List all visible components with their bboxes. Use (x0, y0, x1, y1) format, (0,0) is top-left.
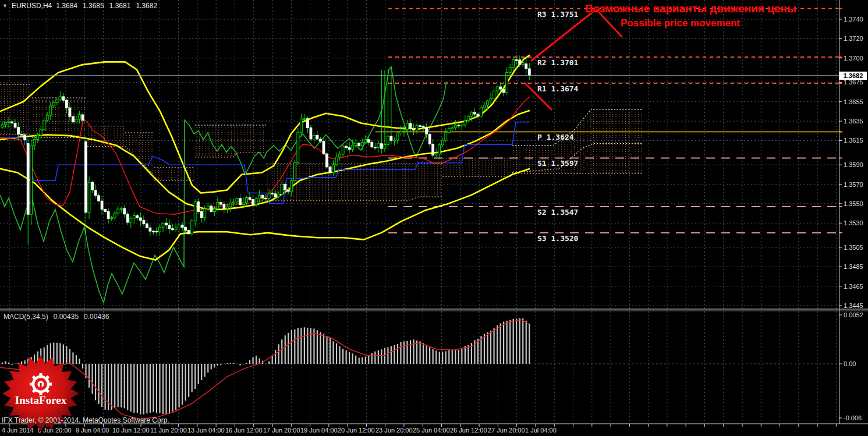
candle-bear (223, 204, 225, 208)
pivot-label-s3: S3 1.3520 (537, 234, 579, 243)
candle-bull (352, 145, 354, 149)
candle-bull (483, 105, 486, 108)
candle-bear (27, 143, 29, 214)
candle-bear (239, 198, 242, 205)
candle-bull (194, 202, 196, 221)
candle-bull (339, 154, 341, 157)
symbol-title: EURUSD,H4 (12, 2, 52, 10)
candle-bull (30, 146, 33, 214)
price-axis-label: 1.3550 (844, 200, 863, 207)
candle-bull (258, 195, 261, 198)
candle-bear (219, 203, 222, 205)
candle-bull (5, 122, 7, 125)
candle-bull (313, 136, 316, 139)
logo-text: InstaForex (15, 394, 67, 406)
candle-bear (409, 123, 412, 129)
candle-bear (69, 108, 71, 116)
candle-bull (133, 216, 135, 218)
candle-bull (522, 63, 524, 65)
chart-title-bar: ▼ EURUSD,H4 1.3684 1.3685 1.3681 1.3682 (2, 2, 157, 10)
candle-bull (120, 208, 122, 210)
candle-bear (432, 144, 434, 155)
candle-bull (512, 60, 515, 68)
candle-bull (117, 209, 119, 213)
candle-bear (474, 112, 476, 114)
candle-bear (525, 64, 527, 69)
candle-bear (181, 225, 183, 228)
candle-bear (11, 122, 13, 123)
price-axis-label: 1.3465 (844, 283, 863, 290)
time-axis-label: 9 Jun 04:00 (76, 427, 109, 434)
candle-bear (380, 144, 382, 148)
price-axis-label: 1.3445 (844, 302, 863, 309)
candle-bull (387, 136, 389, 145)
candle-bear (287, 190, 289, 192)
candle-bull (361, 142, 363, 146)
pivot-label-s1: S1 1.3597 (537, 159, 578, 168)
candle-bull (52, 103, 55, 106)
candle-bull (75, 119, 77, 122)
candle-bear (252, 199, 254, 204)
chart-canvas[interactable]: R3 1.3751R2 1.3701R1 1.3674P 1.3624S1 1.… (0, 0, 868, 436)
time-axis-label: 27 Jun 20:00 (488, 427, 525, 434)
candle-bear (155, 231, 158, 232)
candle-bear (172, 229, 174, 230)
symbol-dropdown-icon[interactable]: ▼ (2, 3, 8, 9)
candle-bear (426, 127, 428, 134)
candle-bull (130, 218, 132, 222)
candle-bull (114, 213, 116, 218)
candle-bull (43, 120, 45, 130)
candle-bear (323, 141, 325, 154)
candle-bear (210, 206, 212, 212)
candle-bear (98, 196, 100, 201)
annotation-english: Possible price movement (621, 17, 740, 29)
quote-values: 1.3684 1.3685 1.3681 1.3682 (56, 2, 157, 10)
candle-bear (502, 89, 505, 93)
macd-axis-label: 0.0052 (844, 311, 863, 318)
macd-value-main: 0.00435 (54, 313, 79, 321)
candle-bear (94, 190, 97, 196)
quote-open: 1.3684 (56, 2, 77, 10)
candle-bull (394, 140, 396, 141)
candle-bear (153, 231, 155, 232)
candle-bear (390, 136, 392, 140)
candle-bull (242, 203, 245, 204)
candle-bull (207, 206, 209, 209)
candle-bull (281, 184, 283, 194)
candle-bear (72, 116, 75, 122)
price-axis-label: 1.3675 (844, 79, 863, 86)
candle-bear (307, 119, 309, 128)
candle-bull (290, 181, 293, 192)
price-axis-label: 1.3505 (844, 244, 863, 251)
candle-bull (467, 116, 470, 121)
candle-bull (490, 98, 492, 101)
time-axis-label: 11 Jun 20:00 (150, 427, 187, 434)
candle-bull (487, 101, 489, 105)
candle-bear (358, 143, 360, 146)
candle-bear (165, 223, 168, 225)
candle-bear (316, 136, 318, 139)
candle-bear (477, 114, 479, 116)
candle-bear (419, 126, 421, 127)
quote-low: 1.3681 (109, 2, 131, 10)
candle-bear (428, 134, 431, 144)
candle-bull (438, 145, 441, 154)
candle-bull (470, 112, 473, 116)
time-axis-label: 26 Jun 12:00 (450, 427, 487, 434)
price-axis-label: 1.3700 (844, 55, 863, 62)
pivot-label-s2: S2 1.3547 (537, 208, 578, 217)
candle-bear (91, 182, 94, 190)
quote-close: 1.3682 (136, 2, 157, 10)
candle-bear (284, 184, 286, 190)
candle-bear (274, 194, 277, 197)
candle-bull (8, 122, 10, 123)
candle-bull (335, 157, 338, 165)
candle-bull (451, 127, 454, 129)
candle-bull (226, 207, 229, 208)
candle-bear (143, 220, 145, 224)
candle-bear (310, 127, 312, 139)
candle-bull (496, 87, 498, 91)
candle-bear (348, 148, 350, 150)
candle-bear (265, 198, 267, 199)
candle-bear (371, 142, 373, 147)
